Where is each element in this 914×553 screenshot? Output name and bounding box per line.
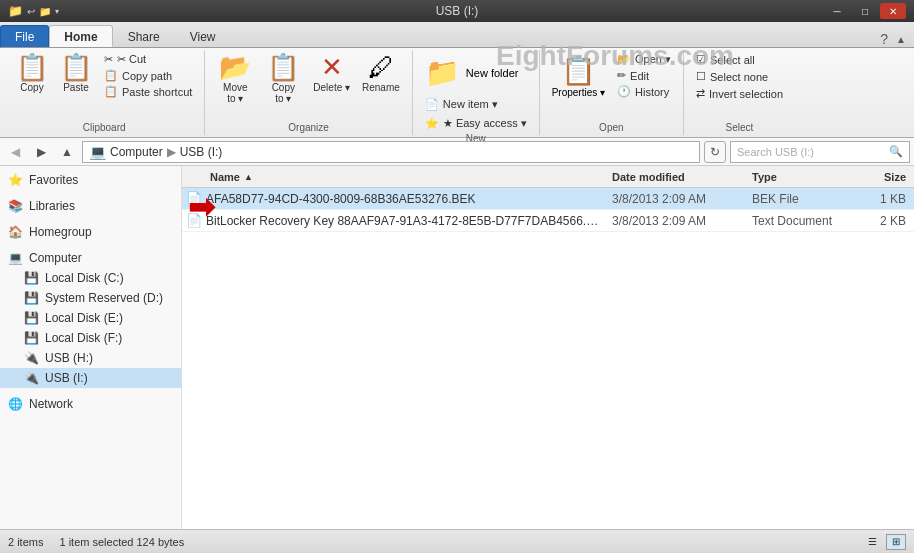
forward-button[interactable]: ▶ — [30, 141, 52, 163]
quick-access-folder[interactable]: 📁 — [39, 6, 51, 17]
maximize-button[interactable]: □ — [852, 3, 878, 19]
usb-h-icon: 🔌 — [24, 351, 39, 365]
ribbon: 📋 Copy 📋 Paste ✂ ✂ Cut 📋 Copy path 📋 Pa — [0, 48, 914, 138]
search-icon: 🔍 — [889, 145, 903, 158]
col-header-date[interactable]: Date modified — [604, 171, 744, 183]
col-header-type[interactable]: Type — [744, 171, 854, 183]
ribbon-group-new: 📁 New folder 📄 New item ▾ ⭐ ★ Easy acces… — [413, 50, 540, 135]
file-type: Text Document — [744, 214, 854, 228]
delete-button[interactable]: ✕ Delete ▾ — [309, 52, 354, 95]
file-date: 3/8/2013 2:09 AM — [604, 214, 744, 228]
window-title: USB (I:) — [436, 4, 479, 18]
window-controls: ─ □ ✕ — [824, 3, 906, 19]
paste-shortcut-icon: 📋 — [104, 85, 118, 98]
open-label: Open — [599, 120, 623, 133]
libraries-icon: 📚 — [8, 199, 23, 213]
tab-file[interactable]: File — [0, 25, 49, 47]
items-count: 2 items — [8, 536, 43, 548]
cut-button[interactable]: ✂ ✂ Cut — [100, 52, 196, 67]
sidebar-item-network[interactable]: 🌐 Network — [0, 394, 181, 414]
sidebar-item-favorites[interactable]: ⭐ Favorites — [0, 170, 181, 190]
sidebar-item-system-d[interactable]: 💾 System Reserved (D:) — [0, 288, 181, 308]
rename-icon: 🖊 — [368, 54, 394, 80]
select-none-button[interactable]: ☐ Select none — [692, 69, 772, 84]
quick-access-dropdown[interactable]: ▾ — [55, 7, 59, 16]
usb-i-icon: 🔌 — [24, 371, 39, 385]
paste-button[interactable]: 📋 Paste — [56, 52, 96, 95]
copy-to-icon: 📋 — [267, 54, 299, 80]
tab-view[interactable]: View — [175, 25, 231, 47]
paste-icon: 📋 — [60, 54, 92, 80]
copy-icon: 📋 — [16, 54, 48, 80]
title-bar-left: 📁 ↩ 📁 ▾ — [8, 4, 59, 18]
expand-ribbon-icon[interactable]: ▲ — [896, 34, 906, 45]
history-button[interactable]: 🕐 History — [613, 84, 675, 99]
paste-shortcut-button[interactable]: 📋 Paste shortcut — [100, 84, 196, 99]
properties-icon: 📋 — [561, 54, 596, 87]
details-view-button[interactable]: ☰ — [862, 534, 882, 550]
path-usb: USB (I:) — [180, 145, 223, 159]
large-icon-view-button[interactable]: ⊞ — [886, 534, 906, 550]
clipboard-label: Clipboard — [83, 120, 126, 133]
ribbon-group-organize: 📂 Moveto ▾ 📋 Copyto ▾ ✕ Delete ▾ 🖊 Renam… — [205, 50, 413, 135]
network-icon: 🌐 — [8, 397, 23, 411]
clipboard-small-buttons: ✂ ✂ Cut 📋 Copy path 📋 Paste shortcut — [100, 52, 196, 99]
properties-button[interactable]: 📋 Properties ▾ — [548, 52, 609, 100]
disk-f-icon: 💾 — [24, 331, 39, 345]
file-size: 2 KB — [854, 214, 914, 228]
sidebar-item-computer[interactable]: 💻 Computer — [0, 248, 181, 268]
sidebar-item-local-c[interactable]: 💾 Local Disk (C:) — [0, 268, 181, 288]
file-size: 1 KB — [854, 192, 914, 206]
disk-e-icon: 💾 — [24, 311, 39, 325]
new-item-button[interactable]: 📄 New item ▾ — [421, 97, 502, 112]
main-area: ➡ ⭐ Favorites 📚 Libraries 🏠 Homegroup 💻 … — [0, 166, 914, 529]
up-button[interactable]: ▲ — [56, 141, 78, 163]
address-path[interactable]: 💻 Computer ▶ USB (I:) — [82, 141, 700, 163]
table-row[interactable]: 📄 BitLocker Recovery Key 88AAF9A7-91A3-4… — [182, 210, 914, 232]
new-folder-button[interactable]: 📁 New folder — [421, 52, 523, 93]
open-button[interactable]: 📂 Open ▾ — [613, 52, 675, 67]
col-header-size[interactable]: Size — [854, 171, 914, 183]
arrow-indicator: ➡ — [188, 188, 215, 226]
ribbon-group-open: 📋 Properties ▾ 📂 Open ▾ ✏ Edit 🕐 History… — [540, 50, 684, 135]
back-button[interactable]: ◀ — [4, 141, 26, 163]
tab-share[interactable]: Share — [113, 25, 175, 47]
sidebar-item-local-e[interactable]: 💾 Local Disk (E:) — [0, 308, 181, 328]
copy-path-icon: 📋 — [104, 69, 118, 82]
col-header-name[interactable]: Name ▲ — [182, 171, 604, 183]
copy-button[interactable]: 📋 Copy — [12, 52, 52, 95]
minimize-button[interactable]: ─ — [824, 3, 850, 19]
ribbon-tabs: File Home Share View ? ▲ — [0, 22, 914, 48]
rename-button[interactable]: 🖊 Rename — [358, 52, 404, 95]
select-all-button[interactable]: ☑ Select all — [692, 52, 759, 67]
invert-selection-button[interactable]: ⇄ Invert selection — [692, 86, 787, 101]
file-name: AFA58D77-94CD-4300-8009-68B36AE53276.BEK — [206, 192, 604, 206]
organize-label: Organize — [288, 120, 329, 133]
help-icon[interactable]: ? — [880, 31, 888, 47]
sidebar-item-usb-h[interactable]: 🔌 USB (H:) — [0, 348, 181, 368]
cut-icon: ✂ — [104, 53, 113, 66]
refresh-button[interactable]: ↻ — [704, 141, 726, 163]
sidebar-item-local-f[interactable]: 💾 Local Disk (F:) — [0, 328, 181, 348]
invert-selection-icon: ⇄ — [696, 87, 705, 100]
edit-button[interactable]: ✏ Edit — [613, 68, 675, 83]
delete-icon: ✕ — [321, 54, 343, 80]
sidebar-item-homegroup[interactable]: 🏠 Homegroup — [0, 222, 181, 242]
app-icon: 📁 — [8, 4, 23, 18]
search-box[interactable]: Search USB (I:) 🔍 — [730, 141, 910, 163]
file-list: Name ▲ Date modified Type Size 📄 AFA58D7… — [182, 166, 914, 529]
sidebar-item-usb-i[interactable]: 🔌 USB (I:) — [0, 368, 181, 388]
close-button[interactable]: ✕ — [880, 3, 906, 19]
computer-icon: 💻 — [89, 144, 106, 160]
table-row[interactable]: 📄 AFA58D77-94CD-4300-8009-68B36AE53276.B… — [182, 188, 914, 210]
copy-path-button[interactable]: 📋 Copy path — [100, 68, 196, 83]
easy-access-button[interactable]: ⭐ ★ Easy access ▾ — [421, 116, 531, 131]
tab-home[interactable]: Home — [49, 25, 112, 47]
disk-c-icon: 💾 — [24, 271, 39, 285]
select-label: Select — [726, 120, 754, 133]
move-to-button[interactable]: 📂 Moveto ▾ — [213, 52, 257, 106]
sidebar-item-libraries[interactable]: 📚 Libraries — [0, 196, 181, 216]
copy-to-button[interactable]: 📋 Copyto ▾ — [261, 52, 305, 106]
quick-access-back[interactable]: ↩ — [27, 6, 35, 17]
file-date: 3/8/2013 2:09 AM — [604, 192, 744, 206]
